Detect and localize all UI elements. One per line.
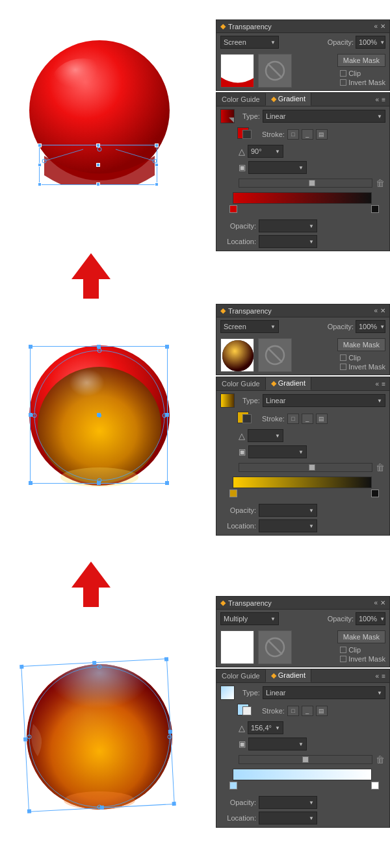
gradient-menu-2[interactable]: ≡ — [382, 380, 385, 388]
type-dropdown-3[interactable]: Linear ▼ — [263, 686, 385, 699]
make-mask-btn-3[interactable]: Make Mask — [337, 630, 385, 643]
clip-checkbox-3[interactable] — [340, 647, 346, 653]
clip-checkbox-2[interactable] — [340, 354, 346, 361]
stroke-icon-1c[interactable]: ▤ — [316, 129, 328, 140]
gradient-opacity-row-3: Opacity: ▼ — [216, 795, 389, 810]
close-btn-1[interactable]: ✕ — [380, 23, 385, 30]
gradient-menu-3[interactable]: ≡ — [382, 673, 385, 680]
gradient-delete-btn-3[interactable]: 🗑 — [375, 754, 385, 765]
type-label-3: Type: — [242, 689, 260, 697]
stroke-icon-2c[interactable]: ▤ — [316, 414, 328, 424]
layer-thumb-1 — [220, 54, 254, 88]
gradient-minimize-2[interactable]: « — [376, 380, 380, 388]
layer-thumb-3 — [220, 630, 254, 664]
svg-line-26 — [268, 348, 282, 362]
stroke-icon-3b[interactable]: ⎯ — [302, 706, 313, 716]
invert-mask-checkbox-1[interactable] — [340, 79, 346, 86]
location-label-gp-3: Location: — [220, 814, 256, 822]
type-dropdown-2[interactable]: Linear ▼ — [263, 394, 385, 407]
stroke-icon-1a[interactable]: □ — [287, 129, 299, 140]
angle-input-3[interactable]: 156,4° ▼ — [248, 721, 283, 734]
location-dropdown-gp-3[interactable]: ▼ — [259, 812, 317, 825]
color-guide-tab-1[interactable]: Color Guide — [216, 93, 266, 105]
gradient-opacity-row-2: Opacity: ▼ — [216, 502, 389, 518]
opacity-input-1[interactable]: 100% ▼ — [356, 36, 385, 49]
gradient-angle-row-3: △ 156,4° ▼ — [216, 719, 389, 736]
opacity-dropdown-gp-3[interactable]: ▼ — [259, 796, 317, 809]
gradient-swatch-1[interactable] — [220, 109, 235, 123]
aspect-dropdown-2[interactable]: ▼ — [248, 445, 307, 458]
opacity-input-3[interactable]: 100% ▼ — [356, 612, 385, 625]
stop-left-3[interactable] — [229, 782, 237, 789]
gradient-slider-track-2[interactable] — [239, 463, 372, 472]
make-mask-btn-1[interactable]: Make Mask — [337, 54, 385, 67]
location-dropdown-gp-1[interactable]: ▼ — [259, 235, 317, 248]
transparency-mode-row-3: Multiply ▼ Opacity: 100% ▼ — [216, 610, 389, 628]
gradient-type-row-1: Type: Linear ▼ — [216, 106, 389, 126]
gradient-panel-1: Color Guide ◆ Gradient « ≡ Type: Linear … — [216, 92, 390, 251]
aspect-dropdown-3[interactable]: ▼ — [248, 738, 307, 750]
svg-point-24 — [222, 340, 254, 371]
stop-right-2[interactable] — [371, 490, 379, 497]
transparency-panel-2: ◆ Transparency « ✕ Screen ▼ Opacity: 100… — [216, 304, 390, 375]
blend-mode-dropdown-2[interactable]: Screen ▼ — [220, 320, 279, 333]
stop-left-2[interactable] — [229, 490, 237, 497]
gradient-bar-2[interactable] — [233, 477, 372, 488]
gradient-menu-1[interactable]: « — [376, 96, 380, 103]
gradient-menu-icon-1[interactable]: ≡ — [382, 96, 385, 103]
svg-point-33 — [29, 667, 170, 807]
stroke-icon-2b[interactable]: ⎯ — [302, 414, 313, 424]
gradient-swatch-3[interactable] — [220, 686, 235, 700]
opacity-dropdown-gp-1[interactable]: ▼ — [259, 219, 317, 232]
gradient-swatch-2[interactable] — [220, 393, 235, 408]
gradient-tab-2[interactable]: ◆ Gradient — [266, 377, 311, 390]
gradient-slider-track-1[interactable] — [239, 179, 372, 188]
opacity-label-gp-2: Opacity: — [220, 506, 256, 514]
svg-line-4 — [116, 149, 155, 161]
gradient-bar-1[interactable] — [233, 192, 372, 204]
invert-mask-checkbox-2[interactable] — [340, 364, 346, 370]
stroke-icon-2a[interactable]: □ — [287, 414, 299, 424]
location-label-gp-2: Location: — [220, 522, 256, 530]
blend-mode-dropdown-3[interactable]: Multiply ▼ — [220, 612, 279, 625]
gradient-bar-3[interactable] — [233, 769, 372, 780]
angle-input-1[interactable]: 90° ▼ — [248, 145, 283, 158]
minimize-btn-1[interactable]: « — [374, 23, 378, 30]
gradient-slider-track-3[interactable] — [239, 755, 372, 764]
stroke-icon-3c[interactable]: ▤ — [316, 706, 328, 716]
blend-mode-dropdown-1[interactable]: Screen ▼ — [220, 36, 279, 49]
minimize-btn-2[interactable]: « — [374, 307, 378, 314]
svg-line-3 — [44, 149, 83, 161]
stop-left-1[interactable] — [229, 205, 237, 213]
opacity-dropdown-gp-2[interactable]: ▼ — [259, 504, 317, 517]
stop-right-3[interactable] — [371, 782, 379, 789]
close-btn-3[interactable]: ✕ — [380, 599, 385, 606]
gradient-delete-btn-1[interactable]: 🗑 — [375, 178, 385, 188]
gradient-delete-btn-2[interactable]: 🗑 — [375, 462, 385, 473]
close-btn-2[interactable]: ✕ — [380, 307, 385, 314]
stroke-icon-1b[interactable]: ⎯ — [302, 129, 313, 140]
svg-rect-38 — [221, 631, 254, 664]
gradient-minimize-3[interactable]: « — [376, 673, 380, 680]
stop-right-1[interactable] — [371, 205, 379, 213]
type-dropdown-1[interactable]: Linear ▼ — [263, 110, 385, 123]
angle-input-2[interactable]: ▼ — [248, 429, 283, 442]
color-guide-tab-3[interactable]: Color Guide — [216, 670, 266, 682]
transparency-title-2: Transparency — [228, 307, 272, 315]
opacity-label-3: Opacity: — [328, 615, 354, 623]
diamond-icon-1: ◆ — [220, 22, 226, 31]
location-dropdown-gp-2[interactable]: ▼ — [259, 519, 317, 532]
make-mask-btn-2[interactable]: Make Mask — [337, 338, 385, 351]
gradient-tab-1[interactable]: ◆ Gradient — [266, 93, 311, 106]
stroke-icon-3a[interactable]: □ — [287, 706, 299, 716]
color-guide-tab-2[interactable]: Color Guide — [216, 378, 266, 390]
gradient-tab-3[interactable]: ◆ Gradient — [266, 669, 311, 682]
clip-checkbox-1[interactable] — [340, 70, 346, 77]
gradient-bar-area-1 — [216, 191, 389, 218]
opacity-input-2[interactable]: 100% ▼ — [356, 320, 385, 333]
aspect-dropdown-1[interactable]: ▼ — [248, 161, 307, 174]
invert-mask-checkbox-3[interactable] — [340, 656, 346, 662]
mask-thumb-1 — [258, 54, 292, 88]
location-label-gp-1: Location: — [220, 238, 256, 245]
minimize-btn-3[interactable]: « — [374, 599, 378, 606]
